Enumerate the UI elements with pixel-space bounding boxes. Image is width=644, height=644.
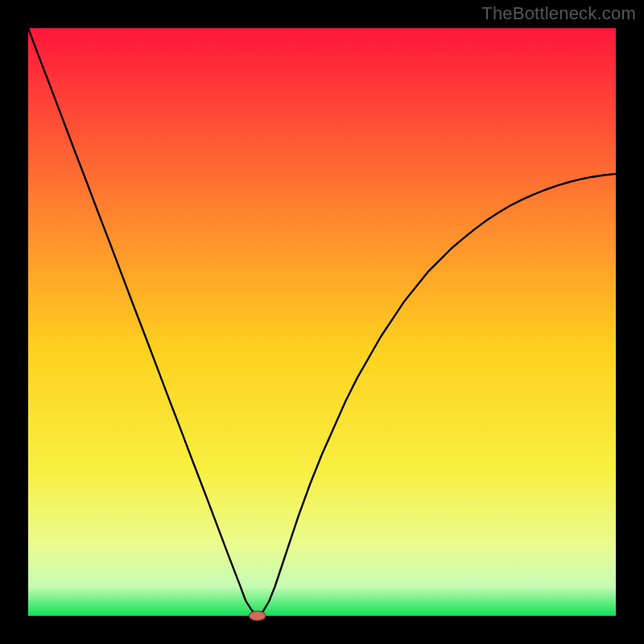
watermark-text: TheBottleneck.com — [481, 3, 636, 24]
bottleneck-chart — [0, 0, 644, 644]
plot-background — [28, 28, 616, 616]
optimal-point-marker — [249, 611, 265, 621]
chart-container: { "watermark": "TheBottleneck.com", "col… — [0, 0, 644, 644]
